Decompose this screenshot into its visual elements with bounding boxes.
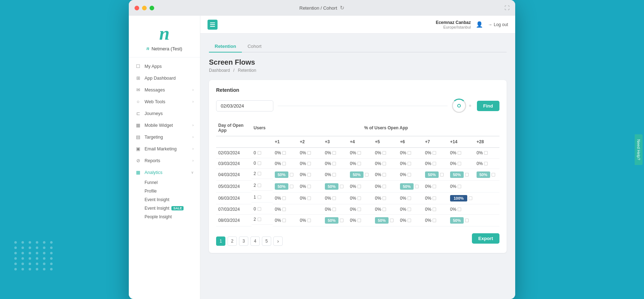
copy-icon[interactable] — [258, 195, 261, 199]
sidebar-item-targeting[interactable]: ▤ Targeting › — [129, 131, 200, 143]
sidebar-sub-funnel[interactable]: Funnel — [129, 178, 200, 187]
sidebar-sub-people-insight[interactable]: People Insight — [129, 213, 200, 221]
expand-icon[interactable]: ⛶ — [504, 5, 509, 11]
copy-icon[interactable] — [282, 219, 286, 222]
copy-icon[interactable] — [282, 196, 286, 200]
copy-icon[interactable] — [357, 208, 361, 211]
sidebar-item-web-tools[interactable]: ○ Web Tools › — [129, 96, 200, 108]
copy-icon[interactable] — [433, 219, 436, 222]
copy-icon[interactable] — [357, 185, 361, 188]
page-btn-2[interactable]: 2 — [228, 236, 237, 246]
copy-icon[interactable] — [258, 151, 261, 155]
export-button[interactable]: Export — [472, 233, 499, 244]
copy-icon[interactable] — [465, 173, 469, 176]
page-btn-1[interactable]: 1 — [216, 236, 225, 246]
page-btn-4[interactable]: 4 — [250, 236, 260, 246]
sidebar-item-mobile-widget[interactable]: ▦ Mobile Widget › — [129, 119, 200, 131]
copy-icon[interactable] — [465, 219, 469, 222]
copy-icon[interactable] — [408, 151, 411, 155]
copy-icon[interactable] — [382, 208, 386, 211]
refresh-icon[interactable]: ↻ — [340, 5, 345, 11]
tab-cohort[interactable]: Cohort — [242, 41, 267, 53]
sidebar-item-journeys[interactable]: ⊏ Journeys — [129, 108, 200, 119]
copy-icon[interactable] — [307, 162, 311, 165]
copy-icon[interactable] — [433, 162, 436, 165]
copy-icon[interactable] — [290, 173, 293, 176]
copy-icon[interactable] — [484, 151, 488, 155]
copy-icon[interactable] — [382, 196, 386, 200]
copy-icon[interactable] — [340, 219, 343, 222]
copy-icon[interactable] — [408, 162, 411, 165]
sidebar-sub-profile[interactable]: Profile — [129, 187, 200, 195]
copy-icon[interactable] — [433, 196, 436, 200]
minimize-button[interactable] — [142, 6, 147, 10]
copy-icon[interactable] — [258, 218, 261, 221]
copy-icon[interactable] — [458, 185, 461, 188]
copy-icon[interactable] — [282, 151, 286, 155]
copy-icon[interactable] — [408, 173, 411, 176]
copy-icon[interactable] — [307, 196, 311, 200]
sidebar-item-my-apps[interactable]: ☐ My Apps — [129, 60, 200, 72]
close-button[interactable] — [135, 6, 139, 10]
copy-icon[interactable] — [307, 151, 311, 155]
sidebar-item-messages[interactable]: ✉ Messages › — [129, 84, 200, 96]
copy-icon[interactable] — [458, 208, 461, 211]
copy-icon[interactable] — [357, 219, 361, 222]
copy-icon[interactable] — [332, 208, 336, 211]
copy-icon[interactable] — [290, 185, 293, 188]
copy-icon[interactable] — [408, 219, 411, 222]
th-plus3: +3 — [323, 136, 348, 148]
page-btn-3[interactable]: 3 — [239, 236, 248, 246]
need-help-tab[interactable]: Need Help? — [635, 134, 643, 165]
tab-retention[interactable]: Retention — [209, 41, 242, 53]
copy-icon[interactable] — [458, 151, 461, 155]
copy-icon[interactable] — [433, 208, 436, 211]
copy-icon[interactable] — [390, 219, 394, 222]
copy-icon[interactable] — [332, 196, 336, 200]
copy-icon[interactable] — [307, 173, 311, 176]
sidebar-sub-event-insight-2[interactable]: Event Insight SALE — [129, 204, 200, 213]
copy-icon[interactable] — [458, 162, 461, 165]
page-btn-5[interactable]: 5 — [262, 236, 271, 246]
sidebar-item-email-marketing[interactable]: ▣ Email Marketing › — [129, 143, 200, 155]
sidebar-item-app-dashboard[interactable]: ⊞ App Dashboard — [129, 72, 200, 84]
copy-icon[interactable] — [340, 185, 343, 188]
copy-icon[interactable] — [332, 151, 336, 155]
copy-icon[interactable] — [258, 184, 261, 187]
copy-icon[interactable] — [433, 151, 436, 155]
copy-icon[interactable] — [408, 208, 411, 211]
sidebar-item-analytics[interactable]: ▦ Analytics ∨ — [129, 166, 200, 178]
copy-icon[interactable] — [282, 208, 286, 211]
sidebar-item-reports[interactable]: ⊘ Reports › — [129, 155, 200, 166]
copy-icon[interactable] — [492, 173, 495, 176]
copy-icon[interactable] — [357, 162, 361, 165]
copy-icon[interactable] — [382, 185, 386, 188]
copy-icon[interactable] — [258, 207, 261, 211]
date-input[interactable] — [216, 100, 273, 111]
copy-icon[interactable] — [282, 162, 286, 165]
find-button[interactable]: Find — [477, 101, 499, 111]
sidebar-sub-event-insight-1[interactable]: Event Insight — [129, 195, 200, 204]
copy-icon[interactable] — [332, 173, 336, 176]
copy-icon[interactable] — [433, 185, 436, 188]
copy-icon[interactable] — [382, 151, 386, 155]
copy-icon[interactable] — [469, 196, 472, 200]
copy-icon[interactable] — [415, 185, 419, 188]
page-next-button[interactable]: › — [273, 236, 283, 246]
copy-icon[interactable] — [365, 173, 369, 176]
copy-icon[interactable] — [382, 173, 386, 176]
copy-icon[interactable] — [307, 219, 311, 222]
copy-icon[interactable] — [307, 185, 311, 188]
copy-icon[interactable] — [357, 196, 361, 200]
copy-icon[interactable] — [484, 162, 488, 165]
menu-button[interactable] — [208, 20, 218, 30]
copy-icon[interactable] — [332, 162, 336, 165]
copy-icon[interactable] — [258, 161, 261, 165]
copy-icon[interactable] — [258, 172, 261, 175]
logout-button[interactable]: → Log out — [488, 22, 508, 27]
copy-icon[interactable] — [382, 162, 386, 165]
copy-icon[interactable] — [408, 196, 411, 200]
copy-icon[interactable] — [440, 173, 444, 176]
copy-icon[interactable] — [357, 151, 361, 155]
maximize-button[interactable] — [150, 6, 154, 10]
